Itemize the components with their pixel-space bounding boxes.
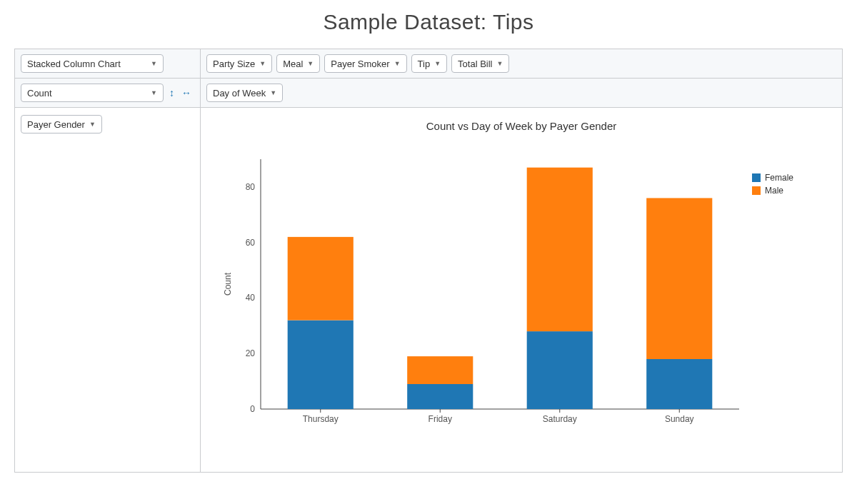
- chart-type-label: Stacked Column Chart: [27, 59, 121, 69]
- stacked-bar-chart: 020406080CountThursdayFridaySaturdaySund…: [211, 145, 832, 445]
- aggregator-label: Count: [27, 88, 52, 99]
- bar-segment: [527, 168, 593, 331]
- chevron-down-icon: ▼: [270, 89, 276, 96]
- chevron-down-icon: ▼: [394, 60, 401, 67]
- aggregator-dropdown[interactable]: Count ▼: [21, 84, 164, 102]
- y-tick-label: 80: [246, 182, 256, 192]
- sort-horizontal-icon[interactable]: ↔: [180, 87, 193, 99]
- legend-swatch: [752, 186, 761, 195]
- chevron-down-icon: ▼: [259, 60, 266, 67]
- legend-swatch: [752, 173, 761, 182]
- column-field-cell: Day of Week ▼: [201, 79, 842, 108]
- chart-title: Count vs Day of Week by Payer Gender: [211, 120, 832, 132]
- unused-field-label: Tip: [418, 59, 431, 69]
- unused-field-pill[interactable]: Tip▼: [411, 54, 448, 73]
- chevron-down-icon: ▼: [307, 60, 314, 67]
- column-field-pill[interactable]: Day of Week ▼: [206, 84, 283, 102]
- chevron-down-icon: ▼: [89, 121, 96, 128]
- pivot-table-ui: Stacked Column Chart ▼ Party Size▼Meal▼P…: [14, 49, 843, 473]
- y-tick-label: 60: [246, 238, 256, 248]
- bar-segment: [646, 359, 712, 409]
- y-axis-label: Count: [223, 272, 233, 296]
- legend-label: Female: [765, 173, 793, 183]
- bar-segment: [288, 237, 354, 321]
- unused-fields-cell: Party Size▼Meal▼Payer Smoker▼Tip▼Total B…: [201, 49, 842, 79]
- x-tick-label: Thursday: [303, 414, 339, 424]
- chevron-down-icon: ▼: [497, 60, 503, 67]
- chart-type-cell: Stacked Column Chart ▼: [15, 49, 201, 79]
- x-tick-label: Saturday: [543, 414, 577, 424]
- unused-field-label: Party Size: [213, 59, 255, 69]
- chart-cell: Count vs Day of Week by Payer Gender 020…: [201, 108, 842, 472]
- unused-field-pill[interactable]: Party Size▼: [206, 54, 272, 73]
- row-field-label: Payer Gender: [27, 119, 85, 130]
- column-field-label: Day of Week: [213, 88, 266, 99]
- chevron-down-icon: ▼: [434, 60, 441, 67]
- unused-field-pill[interactable]: Meal▼: [276, 54, 320, 73]
- unused-field-pill[interactable]: Payer Smoker▼: [324, 54, 406, 73]
- chart-container: Count vs Day of Week by Payer Gender 020…: [206, 113, 836, 467]
- legend-label: Male: [765, 186, 783, 196]
- unused-field-label: Total Bill: [458, 59, 492, 69]
- bar-segment: [646, 198, 712, 359]
- y-tick-label: 20: [246, 348, 256, 358]
- row-field-cell: Payer Gender ▼: [15, 108, 201, 472]
- aggregator-cell: Count ▼ ↕ ↔: [15, 79, 201, 108]
- unused-field-label: Meal: [283, 59, 303, 69]
- x-tick-label: Friday: [428, 414, 452, 424]
- bar-segment: [407, 356, 473, 384]
- unused-field-label: Payer Smoker: [331, 59, 389, 69]
- chart-type-dropdown[interactable]: Stacked Column Chart ▼: [21, 54, 164, 73]
- row-field-pill[interactable]: Payer Gender ▼: [21, 115, 102, 133]
- unused-field-pill[interactable]: Total Bill▼: [451, 54, 509, 73]
- bar-segment: [527, 331, 593, 409]
- chevron-down-icon: ▼: [151, 89, 157, 96]
- bar-segment: [407, 384, 473, 409]
- bar-segment: [288, 321, 354, 409]
- x-tick-label: Sunday: [665, 414, 694, 424]
- sort-vertical-icon[interactable]: ↕: [168, 87, 176, 99]
- page-title: Sample Dataset: Tips: [14, 10, 843, 34]
- chevron-down-icon: ▼: [151, 60, 157, 67]
- y-tick-label: 40: [246, 293, 256, 303]
- y-tick-label: 0: [250, 404, 255, 414]
